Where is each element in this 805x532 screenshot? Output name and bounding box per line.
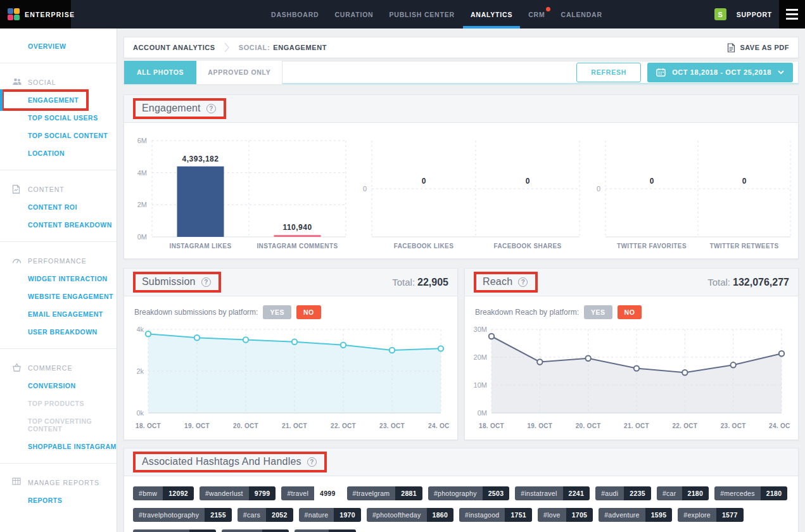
sidebar-item-email-engagement[interactable]: EMAIL ENGAGEMENT xyxy=(0,305,117,323)
sidebar-item-website-engagement[interactable]: WEBSITE ENGAGEMENT xyxy=(0,288,117,305)
brand-name: ENTERPRISE xyxy=(25,11,75,18)
sidebar-divider xyxy=(0,170,117,170)
hashtag-pill[interactable]: #photooftheday1860 xyxy=(367,508,453,522)
hashtag-pill[interactable]: #mercedes2180 xyxy=(714,486,787,500)
reports-icon xyxy=(12,478,21,486)
svg-text:FACEBOOK SHARES: FACEBOOK SHARES xyxy=(493,243,561,250)
sidebar-divider xyxy=(0,348,117,349)
support-link[interactable]: SUPPORT xyxy=(737,11,772,18)
nav-dashboard[interactable]: DASHBOARD xyxy=(271,0,319,28)
engagement-panel: Engagement ? 0M2M4M6M4,393,182INSTAGRAM … xyxy=(124,94,799,259)
help-icon[interactable]: ? xyxy=(201,277,211,287)
svg-text:6M: 6M xyxy=(137,137,147,144)
breadcrumb-section: SOCIAL: xyxy=(239,44,270,51)
date-range-picker[interactable]: OCT 18,2018 - OCT 25,2018 xyxy=(647,63,793,82)
svg-text:0M: 0M xyxy=(137,233,147,241)
submission-panel: Submission ? Total:22,905 Breakdown subm… xyxy=(124,268,458,440)
submission-breakdown-no-button[interactable]: NO xyxy=(296,305,321,319)
hashtag-pill[interactable]: #travelgram2881 xyxy=(347,486,422,500)
sidebar-item-widget-interaction[interactable]: WIDGET INTERACTION xyxy=(0,270,117,288)
sidebar-item-top-social-content[interactable]: TOP SOCIAL CONTENT xyxy=(0,127,117,144)
refresh-button[interactable]: REFRESH xyxy=(576,63,641,82)
annotation-box-submission: Submission ? xyxy=(133,272,221,293)
hashtag-pill[interactable]: #bmw12092 xyxy=(133,486,194,500)
reach-breakdown-yes-button[interactable]: YES xyxy=(584,305,612,319)
sidebar-item-shoppable-instagram[interactable]: SHOPPABLE INSTAGRAM xyxy=(0,438,117,455)
sidebar-item-conversion[interactable]: CONVERSION xyxy=(0,377,117,395)
sidebar-item-user-breakdown[interactable]: USER BREAKDOWN xyxy=(0,323,117,341)
hashtag-pill[interactable]: #adventure1595 xyxy=(599,508,672,522)
hamburger-menu-icon[interactable] xyxy=(779,0,805,28)
help-icon[interactable]: ? xyxy=(307,457,317,467)
hashtag-pill[interactable]: #travelphotography2155 xyxy=(133,508,232,522)
chevron-down-icon xyxy=(778,70,784,74)
nav-crm[interactable]: CRM xyxy=(528,0,545,28)
hashtag-pill[interactable]: #porsche1498 xyxy=(222,529,289,532)
svg-text:23. OCT: 23. OCT xyxy=(379,422,405,429)
submission-title: Submission xyxy=(142,276,196,288)
annotation-box-hashtags: Associated Hashtags And Handles ? xyxy=(133,452,327,472)
svg-text:110,940: 110,940 xyxy=(282,223,312,232)
people-icon xyxy=(12,77,22,87)
svg-text:22. OCT: 22. OCT xyxy=(672,422,697,429)
hashtag-pill[interactable]: #love1705 xyxy=(538,508,593,522)
svg-text:21. OCT: 21. OCT xyxy=(282,422,307,429)
svg-text:21. OCT: 21. OCT xyxy=(624,422,649,429)
avatar[interactable]: S xyxy=(714,8,726,20)
hashtag-pill[interactable]: #photography2503 xyxy=(428,486,509,500)
help-icon[interactable]: ? xyxy=(518,277,528,287)
commerce-icon xyxy=(12,363,22,373)
sidebar-item-location[interactable]: LOCATION xyxy=(0,144,117,162)
sidebar-item-overview[interactable]: OVERVIEW xyxy=(0,37,117,55)
breadcrumb: ACCOUNT ANALYTICS SOCIAL: ENGAGEMENT SAV… xyxy=(124,37,799,58)
svg-text:19. OCT: 19. OCT xyxy=(184,422,210,429)
svg-text:INSTAGRAM LIKES: INSTAGRAM LIKES xyxy=(169,243,231,250)
hashtag-pill[interactable]: #wanderlust9799 xyxy=(200,486,276,500)
svg-text:0: 0 xyxy=(363,185,367,193)
hashtag-pill[interactable]: #audi2235 xyxy=(595,486,651,500)
sidebar-item-content-roi[interactable]: CONTENT ROI xyxy=(0,198,117,216)
svg-text:30M: 30M xyxy=(474,326,487,333)
svg-text:0: 0 xyxy=(526,177,530,186)
hashtag-pill[interactable]: #car2180 xyxy=(657,486,709,500)
hashtag-pill[interactable]: #instagood1751 xyxy=(459,508,532,522)
twitter-engagement-chart: 00TWITTER FAVORITES0TWITTER RETWEETS xyxy=(586,127,795,256)
sidebar-section-social: SOCIAL xyxy=(0,73,117,91)
hashtags-title: Associated Hashtags And Handles xyxy=(142,456,301,467)
approved-only-tab[interactable]: APPROVED ONLY xyxy=(196,61,282,84)
nav-curation[interactable]: CURATION xyxy=(334,0,373,28)
sidebar-section-manage-reports: MANAGE REPORTS xyxy=(0,474,117,491)
help-icon[interactable]: ? xyxy=(206,104,216,113)
sidebar-item-engagement[interactable]: ENGAGEMENT xyxy=(0,91,117,109)
nav-calendar[interactable]: CALENDAR xyxy=(561,0,602,28)
main-content: ACCOUNT ANALYTICS SOCIAL: ENGAGEMENT SAV… xyxy=(117,28,805,532)
hashtag-pill[interactable]: #cars2052 xyxy=(238,508,293,522)
brand-logo-block[interactable]: ENTERPRISE xyxy=(0,0,71,28)
hashtag-pill[interactable]: #explore1577 xyxy=(678,508,743,522)
sidebar-item-content-breakdown[interactable]: CONTENT BREAKDOWN xyxy=(0,216,117,234)
svg-text:22. OCT: 22. OCT xyxy=(331,422,356,429)
save-as-pdf-button[interactable]: SAVE AS PDF xyxy=(727,43,789,53)
sidebar-item-reports[interactable]: REPORTS xyxy=(0,491,117,509)
all-photos-tab[interactable]: ALL PHOTOS xyxy=(124,61,196,84)
hashtag-pill[interactable]: #travel4999 xyxy=(281,486,341,500)
enterprise-logo-icon xyxy=(8,8,20,20)
submission-breakdown-yes-button[interactable]: YES xyxy=(263,305,291,319)
nav-analytics[interactable]: ANALYTICS xyxy=(471,0,512,28)
nav-publish-center[interactable]: PUBLISH CENTER xyxy=(390,0,455,28)
engagement-title: Engagement xyxy=(142,103,201,114)
annotation-box-reach: Reach ? xyxy=(474,272,538,293)
hashtag-pill[interactable]: #instatravel2241 xyxy=(515,486,590,500)
reach-breakdown-no-button[interactable]: NO xyxy=(618,305,642,319)
hashtag-pill[interactable]: #ferrari1470 xyxy=(295,529,355,532)
breadcrumb-account-analytics[interactable]: ACCOUNT ANALYTICS xyxy=(133,44,215,51)
sidebar: OVERVIEWSOCIALENGAGEMENTTOP SOCIAL USERS… xyxy=(0,28,117,532)
filter-bar: ALL PHOTOS APPROVED ONLY REFRESH OCT 18,… xyxy=(124,61,799,84)
reach-panel: Reach ? Total:132,076,277 Breakdown Reac… xyxy=(464,268,799,440)
svg-text:24. OCT: 24. OCT xyxy=(428,422,450,429)
pdf-document-icon xyxy=(727,43,735,53)
hashtag-pill[interactable]: #travelblogger1565 xyxy=(133,529,216,532)
annotation-box-engagement: Engagement ? xyxy=(133,98,226,119)
hashtag-pill[interactable]: #nature1970 xyxy=(299,508,361,522)
sidebar-item-top-social-users[interactable]: TOP SOCIAL USERS xyxy=(0,109,117,127)
